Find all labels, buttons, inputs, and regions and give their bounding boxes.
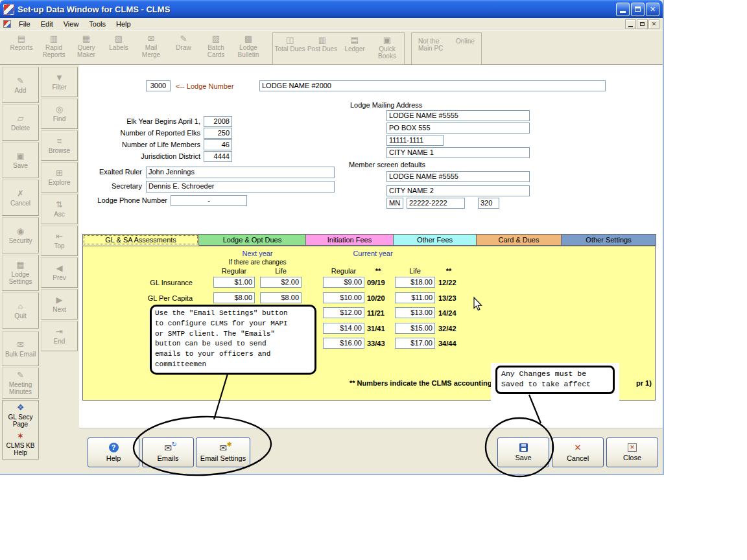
next-year-regular-field[interactable]: $1.00 [213, 277, 255, 288]
next-year-regular-field[interactable]: $8.00 [213, 292, 255, 303]
current-year-regular-field[interactable]: $9.00 [323, 277, 364, 288]
field-value[interactable]: 2008 [204, 116, 232, 127]
life-account-code: 12/22 [438, 279, 464, 286]
current-year-life-field[interactable]: $11.00 [395, 292, 435, 303]
sidebar-button[interactable]: ⌂ Quit [2, 292, 39, 329]
current-year-regular-field[interactable]: $16.00 [323, 338, 364, 349]
tab[interactable]: Initiation Fees [306, 234, 394, 246]
online-status: Online [456, 38, 475, 60]
member-default-name-field[interactable]: LODGE NAME #5555 [386, 171, 530, 182]
save-button[interactable]: Save [497, 438, 549, 467]
current-year-life-field[interactable]: $17.00 [395, 338, 435, 349]
sidebar-button[interactable]: ◉ Security [2, 217, 39, 253]
member-default-city-field[interactable]: CITY NAME 2 [386, 185, 530, 196]
toolbar-button[interactable]: ▤ Reports [5, 32, 38, 62]
life-stars-header: ** [436, 267, 462, 275]
current-year-regular-field[interactable]: $12.00 [323, 307, 364, 318]
menu-item[interactable]: View [58, 19, 84, 29]
sidebar-button[interactable]: ⇅ Asc [41, 194, 78, 224]
close-window-button[interactable]: ✕ Close [606, 438, 658, 467]
officer-name-field[interactable]: Dennis E. Schroeder [146, 181, 335, 192]
current-year-life-field[interactable]: $15.00 [395, 323, 435, 334]
tab[interactable]: Other Fees [394, 234, 477, 246]
field-value[interactable]: 46 [204, 139, 232, 150]
sidebar-button[interactable]: ✎ Add [2, 67, 39, 103]
sidebar-button[interactable]: ▶ Next [41, 289, 78, 320]
sidebar-button[interactable]: ✉ Bulk Email [2, 331, 39, 366]
sidebar-button[interactable]: ▦ Lodge Settings [2, 255, 39, 291]
toolbar-button-label: Batch Cards [200, 44, 231, 58]
sidebar-button[interactable]: ✎ Meeting Minutes [2, 368, 39, 399]
toolbar-button[interactable]: ▥ Post Dues [306, 34, 338, 64]
sidebar-button[interactable]: ⇤ Top [41, 226, 78, 256]
tab[interactable]: Lodge & Opt Dues [199, 234, 306, 246]
emails-button[interactable]: ✉↻ Emails [142, 438, 194, 467]
close-button[interactable]: ✕ [646, 3, 659, 16]
field-value[interactable]: 4444 [204, 151, 232, 162]
regular-account-code: 11/21 [367, 309, 393, 317]
menu-item[interactable]: File [14, 19, 36, 29]
member-default-state-field[interactable]: MN [386, 198, 403, 209]
mdi-restore-button[interactable] [637, 19, 648, 29]
address-line-field[interactable]: PO BOX 555 [386, 122, 530, 134]
sidebar-button[interactable]: ⊞ Explore [41, 162, 78, 192]
tab[interactable]: Other Settings [562, 234, 656, 246]
email-settings-button[interactable]: ✉✱ Email Settings [196, 438, 250, 467]
current-year-regular-field[interactable]: $14.00 [323, 323, 364, 334]
sort-asc-icon: ⇅ [56, 200, 63, 209]
field-value[interactable]: 250 [204, 128, 232, 139]
sidebar-button[interactable]: ✗ Cancel [2, 180, 39, 216]
toolbar-button[interactable]: ✎ Draw [167, 32, 200, 62]
restore-button[interactable] [631, 3, 645, 16]
footer-button-bar: ? Help ✉↻ Emails ✉✱ Email Settings Save … [79, 428, 663, 474]
toolbar-button[interactable]: ▧ Labels [102, 32, 135, 62]
current-year-life-field[interactable]: $18.00 [395, 277, 435, 288]
next-year-life-field[interactable]: $8.00 [260, 292, 302, 303]
sidebar-button[interactable]: ✶ CLMS KB Help [3, 430, 38, 458]
sidebar-button[interactable]: ◀ Prev [41, 257, 78, 288]
sidebar-button[interactable]: ▣ Save [2, 142, 39, 178]
mdi-minimize-button[interactable] [625, 19, 636, 29]
sidebar-button[interactable]: ⇥ End [41, 321, 78, 351]
mdi-close-button[interactable]: ✕ [648, 19, 659, 29]
address-line-field[interactable]: CITY NAME 1 [386, 147, 530, 158]
sidebar-button[interactable]: ≡ Browse [41, 130, 78, 161]
address-line-field[interactable]: 11111-1111 [386, 135, 444, 146]
cancel-button[interactable]: ✕ Cancel [552, 438, 604, 467]
toolbar-button[interactable]: ◫ Total Dues [274, 34, 306, 64]
address-line-field[interactable]: LODGE NAME #5555 [386, 110, 530, 121]
toolbar-button[interactable]: ▩ Lodge Bulletin [232, 32, 265, 62]
toolbar-button[interactable]: ▤ Ledger [338, 34, 371, 64]
help-button[interactable]: ? Help [88, 438, 139, 467]
sidebar-button-label: Quit [14, 312, 26, 320]
current-year-regular-field[interactable]: $10.00 [323, 292, 364, 303]
minimize-button[interactable] [616, 3, 630, 16]
toolbar-button[interactable]: ✉ Mail Merge [135, 32, 167, 62]
tab-label: Other Settings [586, 236, 631, 244]
member-default-code-field[interactable]: 320 [478, 198, 499, 209]
sidebar-button[interactable]: ◎ Find [41, 99, 78, 129]
menu-item[interactable]: Edit [36, 19, 58, 29]
lodge-number-field[interactable]: 3000 [146, 80, 171, 91]
next-year-life-field[interactable]: $2.00 [260, 277, 302, 288]
toolbar-button-label: Query Maker [71, 44, 102, 58]
lodge-name-field[interactable]: LODGE NAME #2000 [259, 80, 606, 91]
sidebar-button[interactable]: ▼ Filter [41, 67, 78, 97]
toolbar-button[interactable]: ▣ Quick Books [371, 34, 403, 64]
sidebar-button[interactable]: ▱ Delete [2, 104, 39, 141]
mdi-child-icon [3, 20, 11, 28]
phone-field[interactable]: - [171, 195, 247, 206]
sidebar-button[interactable]: ❖ GL Secy Page [3, 401, 38, 430]
toolbar-button[interactable]: ▨ Batch Cards [200, 32, 232, 62]
tab[interactable]: GL & SA Assessments [82, 234, 199, 246]
officer-name-field[interactable]: John Jennings [146, 167, 335, 178]
menu-item[interactable]: Tools [84, 19, 111, 29]
menu-item[interactable]: Help [111, 19, 136, 29]
tab[interactable]: Card & Dues [477, 234, 562, 246]
toolbar-button[interactable]: ▦ Query Maker [70, 32, 102, 62]
sidebar-button-label: Browse [49, 147, 70, 154]
query-icon: ▦ [82, 34, 90, 44]
member-default-zip-field[interactable]: 22222-2222 [407, 198, 465, 209]
current-year-life-field[interactable]: $13.00 [395, 307, 435, 318]
toolbar-button[interactable]: ▥ Rapid Reports [38, 32, 70, 62]
